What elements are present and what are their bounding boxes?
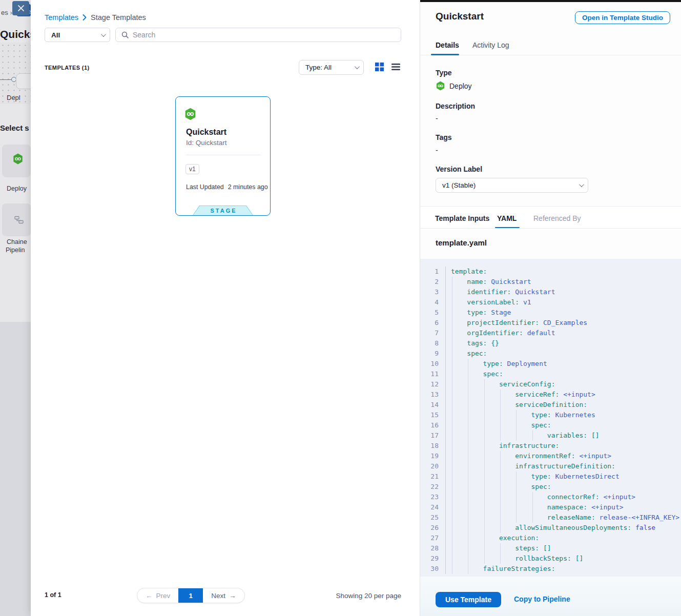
yaml-line: 13 serviceRef: <+input> (420, 389, 681, 400)
line-number: 27 (420, 533, 439, 543)
version-label-field-label: Version Label (436, 165, 482, 173)
prev-page-button[interactable]: ← Prev (137, 588, 178, 603)
list-view-icon (391, 63, 400, 71)
yaml-line-text: template: (445, 266, 487, 277)
yaml-line: 12 serviceConfig: (420, 379, 681, 389)
line-number: 25 (420, 512, 439, 523)
yaml-line: 14 serviceDefinition: (420, 400, 681, 410)
stage-node (16, 73, 31, 89)
yaml-line-text: failureStrategies: (445, 564, 555, 574)
yaml-line: 20 infrastructureDefinition: (420, 461, 681, 471)
version-badge: v1 (185, 164, 199, 174)
yaml-line-text: spec: (445, 369, 503, 379)
chevron-down-icon (355, 64, 360, 69)
background-section-heading: Select s (0, 124, 29, 132)
line-number: 16 (420, 420, 439, 430)
yaml-line-text: type: Stage (445, 307, 511, 318)
close-drawer-button[interactable] (12, 1, 29, 15)
line-number: 19 (420, 451, 439, 461)
yaml-line: 27 execution: (420, 533, 681, 543)
tab-activity-log[interactable]: Activity Log (472, 41, 509, 49)
yaml-line-text: spec: (445, 348, 487, 359)
yaml-line-text: spec: (445, 420, 551, 430)
yaml-line-text: name: Quickstart (445, 277, 531, 287)
yaml-line: 19 environmentRef: <+input> (420, 451, 681, 461)
line-number: 14 (420, 400, 439, 410)
line-number: 13 (420, 389, 439, 400)
chained-card-label-line1: Chaine (7, 238, 27, 245)
line-number: 20 (420, 461, 439, 471)
close-icon (17, 5, 25, 12)
yaml-line-text: environmentRef: <+input> (445, 451, 611, 461)
yaml-line: 10 type: Deployment (420, 359, 681, 369)
copy-to-pipeline-button[interactable]: Copy to Pipeline (514, 595, 570, 603)
yaml-line: 3 identifier: Quickstart (420, 287, 681, 297)
version-select-value: v1 (Stable) (442, 181, 476, 189)
panel-footer: Use Template Copy to Pipeline (420, 577, 681, 616)
template-card-id: Id: Quickstart (186, 139, 227, 147)
description-field-label: Description (436, 102, 475, 110)
line-number: 7 (420, 328, 439, 338)
scope-filter-select[interactable]: All (45, 28, 110, 42)
tab-template-inputs[interactable]: Template Inputs (435, 214, 489, 222)
list-view-button[interactable] (390, 63, 401, 73)
line-number: 3 (420, 287, 439, 297)
details-tabbar (420, 0, 681, 55)
cd-hexagon-icon (12, 153, 24, 165)
tab-details[interactable]: Details (436, 41, 459, 49)
arrow-right-icon: → (229, 592, 236, 600)
pagination: ← Prev 1 Next → (137, 588, 245, 603)
use-template-button[interactable]: Use Template (436, 592, 501, 607)
version-select[interactable]: v1 (Stable) (436, 178, 588, 193)
line-number: 23 (420, 492, 439, 502)
yaml-line-text: projectIdentifier: CD_Examples (445, 318, 587, 328)
line-number: 1 (420, 266, 439, 277)
last-updated-row: Last Updated 2 minutes ago (186, 183, 268, 191)
tab-yaml[interactable]: YAML (497, 214, 517, 222)
yaml-line: 17 variables: [] (420, 430, 681, 441)
connector-line (0, 79, 12, 80)
panel-top-bar (420, 0, 681, 2)
template-details-panel: Quickstart Open in Template Studio Detai… (420, 0, 681, 616)
active-tab-underline (431, 54, 459, 55)
yaml-line-text: type: KubernetesDirect (445, 471, 620, 482)
yaml-line-text: spec: (445, 482, 551, 492)
yaml-line: 21 type: KubernetesDirect (420, 471, 681, 482)
page-size-label: Showing 20 per page (336, 592, 401, 600)
line-number: 29 (420, 553, 439, 564)
yaml-line: 2 name: Quickstart (420, 277, 681, 287)
template-card-title: Quickstart (186, 128, 226, 137)
next-page-button[interactable]: Next → (203, 588, 244, 603)
cd-hexagon-icon (184, 108, 197, 120)
open-in-template-studio-button[interactable]: Open in Template Studio (575, 11, 670, 24)
yaml-line-text: identifier: Quickstart (445, 287, 555, 297)
yaml-line: 18 infrastructure: (420, 441, 681, 451)
search-input[interactable] (133, 31, 396, 39)
yaml-line-text: steps: [] (445, 543, 551, 553)
yaml-line-text: serviceConfig: (445, 379, 555, 389)
divider (186, 155, 261, 155)
breadcrumb-templates-link[interactable]: Templates (45, 13, 78, 22)
type-filter-select[interactable]: Type: All (299, 60, 364, 75)
search-box (115, 28, 401, 42)
chevron-right-icon (82, 14, 87, 20)
deploy-card-label: Deploy (7, 185, 27, 192)
type-field-value: Deploy (449, 82, 472, 90)
chevron-down-icon (101, 32, 106, 37)
prev-page-label: Prev (156, 592, 171, 600)
app-window: es› Pipel Quicks Depl Select s Deploy (0, 0, 681, 616)
page-1-button[interactable]: 1 (178, 588, 203, 603)
yaml-line-text: tags: {} (445, 338, 499, 348)
tab-referenced-by[interactable]: Referenced By (533, 214, 581, 222)
template-card-quickstart[interactable]: Quickstart Id: Quickstart v1 Last Update… (175, 96, 271, 216)
chevron-down-icon (579, 182, 584, 187)
yaml-code-viewer[interactable]: 1template:2 name: Quickstart3 identifier… (420, 259, 681, 577)
background-breadcrumb: es› (1, 9, 12, 16)
line-number: 11 (420, 369, 439, 379)
line-number: 9 (420, 348, 439, 359)
grid-view-button[interactable] (374, 63, 384, 73)
grid-view-icon (375, 63, 384, 71)
tags-field-value: - (436, 146, 438, 154)
yaml-line: 9 spec: (420, 348, 681, 359)
panel-title: Quickstart (436, 11, 484, 22)
